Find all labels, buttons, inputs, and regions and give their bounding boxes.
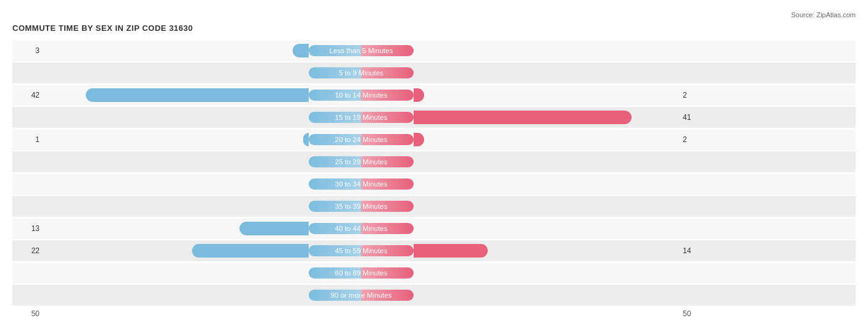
female-bar-container bbox=[414, 177, 679, 191]
source-label: Source: ZipAtlas.com bbox=[12, 11, 856, 19]
female-bar-container bbox=[414, 66, 679, 80]
table-row: 3 Less than 5 Minutes bbox=[12, 40, 856, 61]
male-bar-container bbox=[43, 111, 309, 124]
row-label: 20 to 24 Minutes bbox=[309, 134, 414, 145]
female-bar bbox=[414, 133, 424, 146]
row-label: 30 to 34 Minutes bbox=[309, 178, 414, 190]
male-bar bbox=[86, 88, 309, 102]
row-label: 45 to 59 Minutes bbox=[309, 245, 414, 256]
female-bar-container bbox=[414, 133, 679, 146]
male-value: 22 bbox=[12, 246, 43, 255]
row-label: 40 to 44 Minutes bbox=[309, 223, 414, 234]
row-label: Less than 5 Minutes bbox=[309, 45, 414, 56]
table-row: 90 or more Minutes bbox=[12, 285, 856, 306]
male-value: 3 bbox=[12, 46, 43, 55]
female-bar-container bbox=[414, 111, 679, 124]
table-row: 42 10 to 14 Minutes 2 bbox=[12, 85, 856, 106]
male-value: 42 bbox=[12, 91, 43, 99]
female-bar bbox=[414, 111, 632, 124]
row-label: 15 to 19 Minutes bbox=[309, 112, 414, 123]
male-bar-container bbox=[43, 44, 309, 57]
row-label: 35 to 39 Minutes bbox=[309, 201, 414, 212]
male-bar bbox=[240, 222, 309, 235]
row-label: 5 to 9 Minutes bbox=[309, 67, 414, 78]
table-row: 35 to 39 Minutes bbox=[12, 196, 856, 217]
female-bar-container bbox=[414, 266, 679, 280]
male-bar-container bbox=[43, 288, 309, 302]
male-bar bbox=[192, 244, 309, 258]
axis-row: 50 50 bbox=[12, 309, 856, 318]
male-bar-container bbox=[43, 266, 309, 280]
table-row: 25 to 29 Minutes bbox=[12, 151, 856, 172]
table-row: 15 to 19 Minutes 41 bbox=[12, 107, 856, 128]
male-bar-container bbox=[43, 222, 309, 235]
male-bar-container bbox=[43, 88, 309, 102]
female-value: 14 bbox=[679, 246, 710, 255]
male-bar bbox=[303, 133, 309, 146]
chart-title: COMMUTE TIME BY SEX IN ZIP CODE 31630 bbox=[12, 23, 856, 33]
female-value: 2 bbox=[679, 135, 710, 144]
table-row: 5 to 9 Minutes bbox=[12, 62, 856, 83]
male-bar-container bbox=[43, 177, 309, 191]
male-bar-container bbox=[43, 133, 309, 146]
female-bar-container bbox=[414, 199, 679, 213]
axis-right-label: 50 bbox=[679, 309, 710, 318]
table-row: 22 45 to 59 Minutes 14 bbox=[12, 240, 856, 261]
row-label: 90 or more Minutes bbox=[309, 290, 414, 301]
female-value: 2 bbox=[679, 91, 710, 99]
female-bar-container bbox=[414, 222, 679, 235]
female-bar-container bbox=[414, 155, 679, 169]
table-row: 13 40 to 44 Minutes bbox=[12, 218, 856, 239]
female-bar bbox=[414, 244, 488, 258]
male-value: 1 bbox=[12, 135, 43, 144]
female-bar-container bbox=[414, 44, 679, 57]
male-bar-container bbox=[43, 155, 309, 169]
axis-left-label: 50 bbox=[12, 309, 43, 318]
row-label: 10 to 14 Minutes bbox=[309, 90, 414, 101]
row-label: 25 to 29 Minutes bbox=[309, 156, 414, 167]
female-bar-container bbox=[414, 244, 679, 258]
table-row: 60 to 89 Minutes bbox=[12, 262, 856, 283]
female-bar bbox=[414, 88, 424, 102]
female-bar-container bbox=[414, 88, 679, 102]
row-label: 60 to 89 Minutes bbox=[309, 267, 414, 279]
female-bar-container bbox=[414, 288, 679, 302]
male-bar bbox=[293, 44, 309, 57]
chart-area: 3 Less than 5 Minutes 5 to 9 Minutes 42 … bbox=[12, 40, 856, 318]
male-value: 13 bbox=[12, 224, 43, 233]
male-bar-container bbox=[43, 66, 309, 80]
male-bar-container bbox=[43, 244, 309, 258]
table-row: 1 20 to 24 Minutes 2 bbox=[12, 129, 856, 150]
female-value: 41 bbox=[679, 113, 710, 122]
male-bar-container bbox=[43, 199, 309, 213]
table-row: 30 to 34 Minutes bbox=[12, 174, 856, 195]
